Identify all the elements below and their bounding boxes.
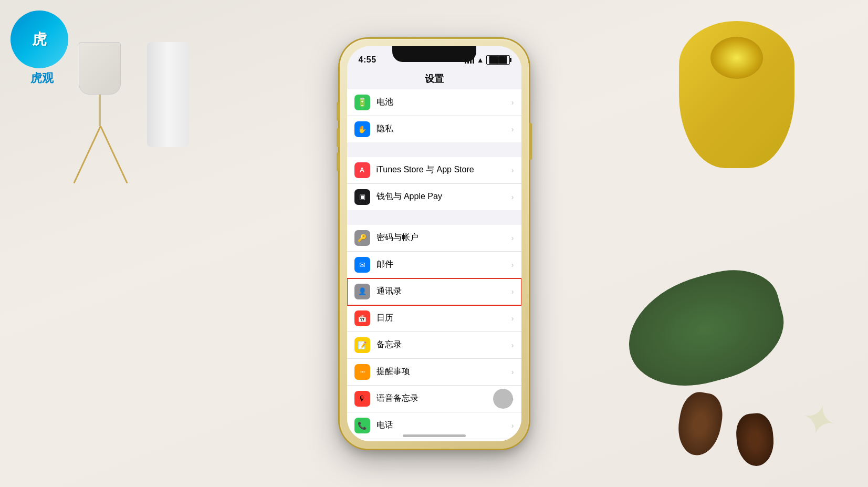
list-item[interactable]: A iTunes Store 与 App Store ›	[347, 157, 521, 184]
chevron-icon: ›	[511, 261, 514, 269]
settings-group-2: A iTunes Store 与 App Store › ▣ 钱包与 Apple…	[347, 157, 521, 210]
list-item[interactable]: ✉ 邮件 ›	[347, 252, 521, 278]
reminders-icon: ···	[354, 364, 370, 380]
wallet-icon: ▣	[354, 189, 370, 205]
chevron-icon: ›	[511, 98, 514, 107]
item-label-reminders: 提醒事项	[377, 366, 507, 377]
yellow-vase-decoration	[668, 21, 805, 210]
logo-label: 虎观	[11, 70, 74, 86]
chevron-icon: ›	[511, 193, 514, 201]
chevron-icon: ›	[511, 368, 514, 376]
list-item-contacts[interactable]: 👤 通讯录 ›	[347, 278, 521, 305]
divider	[347, 142, 521, 157]
chevron-icon: ›	[511, 125, 514, 133]
chevron-icon: ›	[511, 341, 514, 349]
item-label-mail: 邮件	[377, 259, 507, 270]
phone-frame: 4:55 ▲ ████	[340, 39, 529, 449]
lamp-decoration	[68, 42, 131, 189]
logo-icon-text: 虎	[32, 32, 47, 47]
settings-list: 🔋 电池 › ✋ 隐私 › A	[347, 89, 521, 441]
chevron-icon: ›	[511, 421, 514, 430]
chevron-icon: ›	[511, 287, 514, 296]
status-time: 4:55	[359, 55, 377, 65]
list-item[interactable]: 🔑 密码与帐户 ›	[347, 225, 521, 252]
item-label-notes: 备忘录	[377, 339, 507, 350]
item-label-itunes: iTunes Store 与 App Store	[377, 164, 507, 175]
list-item[interactable]: ▣ 钱包与 Apple Pay ›	[347, 184, 521, 210]
item-label-calendar: 日历	[377, 313, 507, 324]
logo: 虎 虎观	[11, 11, 74, 74]
list-item[interactable]: ··· 提醒事项 ›	[347, 359, 521, 386]
settings-group-1: 🔋 电池 › ✋ 隐私 ›	[347, 89, 521, 142]
battery-icon: ████	[486, 55, 509, 65]
itunes-icon: A	[354, 162, 370, 178]
list-item[interactable]: ✋ 隐私 ›	[347, 116, 521, 142]
passwords-icon: 🔑	[354, 230, 370, 246]
item-label-wallet: 钱包与 Apple Pay	[377, 191, 507, 202]
item-label-voice-memos: 语音备忘录	[377, 393, 507, 404]
chevron-icon: ›	[511, 166, 514, 174]
list-item[interactable]: 🔋 电池 ›	[347, 89, 521, 116]
divider	[347, 210, 521, 225]
chevron-icon: ›	[511, 314, 514, 323]
notes-icon: 📝	[354, 337, 370, 353]
phone-icon: 📞	[354, 418, 370, 433]
calendar-icon: 📅	[354, 310, 370, 326]
battery-icon: 🔋	[354, 95, 370, 110]
list-item[interactable]: 💬 信息 ›	[347, 439, 521, 441]
white-vase-decoration	[147, 42, 189, 147]
chevron-icon: ›	[511, 234, 514, 242]
settings-group-3: 🔑 密码与帐户 › ✉ 邮件 › 👤 通讯录 ›	[347, 225, 521, 441]
phone-screen: 4:55 ▲ ████	[347, 46, 521, 441]
home-indicator	[403, 434, 466, 437]
list-item[interactable]: 📅 日历 ›	[347, 305, 521, 332]
list-item[interactable]: 📝 备忘录 ›	[347, 332, 521, 359]
settings-title: 设置	[347, 72, 521, 85]
item-label-privacy: 隐私	[377, 123, 507, 134]
mail-icon: ✉	[354, 257, 370, 273]
wifi-icon: ▲	[477, 56, 484, 64]
privacy-icon: ✋	[354, 121, 370, 137]
item-label-phone: 电话	[377, 420, 507, 431]
item-label-passwords: 密码与帐户	[377, 232, 507, 243]
phone-body: 4:55 ▲ ████	[340, 39, 529, 449]
voice-memos-icon: 🎙	[354, 391, 370, 407]
item-label-battery: 电池	[377, 97, 507, 108]
settings-screen: 设置 🔋 电池 › ✋ 隐私 ›	[347, 46, 521, 441]
item-label-contacts: 通讯录	[377, 286, 507, 297]
notch	[392, 46, 476, 62]
list-item[interactable]: 🎙 语音备忘录 ›	[347, 386, 521, 412]
contacts-icon: 👤	[354, 284, 370, 299]
assistive-touch-button[interactable]	[493, 389, 513, 409]
